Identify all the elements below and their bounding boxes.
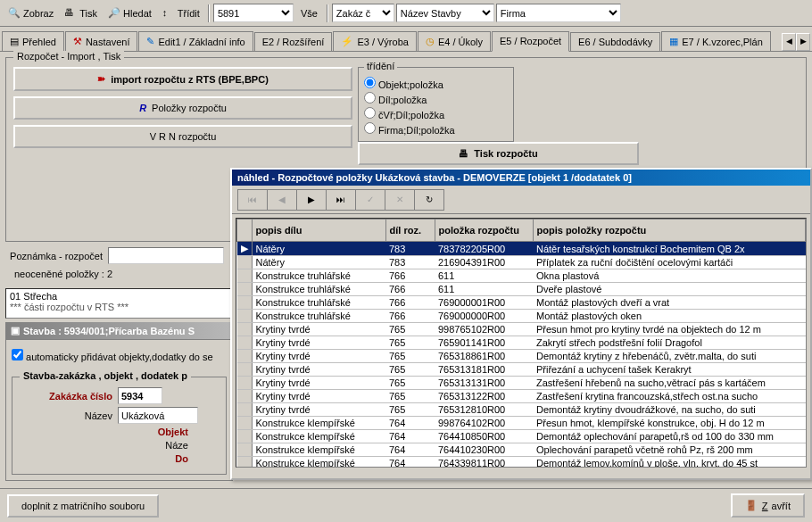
cell: 998765102R00 — [435, 323, 533, 336]
nav-refresh[interactable]: ↻ — [414, 189, 444, 211]
tab-e4[interactable]: ◷E4 / Úkoly — [418, 31, 491, 51]
col-popis-polozky[interactable]: popis položky rozpočtu — [533, 220, 806, 242]
radio-dil[interactable]: Díl;položka — [364, 92, 508, 105]
row-indicator — [237, 323, 253, 336]
col-dil-roz[interactable]: díl roz. — [385, 220, 435, 242]
col-indicator — [237, 220, 253, 242]
list-item[interactable]: *** části rozpočtu v RTS *** — [10, 302, 228, 312]
tab-e6[interactable]: E6 / Subdodávky — [570, 32, 660, 51]
nazev-stavby-select[interactable]: Název Stavby — [396, 4, 494, 22]
nav-cancel[interactable]: ✕ — [385, 189, 415, 211]
col-polozka[interactable]: položka rozpočtu — [435, 220, 533, 242]
table-row[interactable]: Krytiny tvrdé765765312810R00Demontáž kry… — [237, 403, 806, 417]
table-row[interactable]: Konstrukce klempířské764998764102R00Přes… — [237, 417, 806, 430]
tridit-button[interactable]: ↕Třídit — [158, 4, 204, 22]
tab-edit1[interactable]: ✎Edit1 / Základní info — [138, 31, 253, 51]
tab-e7[interactable]: ▦E7 / K.vzorec,Plán — [661, 31, 771, 51]
cell: Konstrukce klempířské — [252, 443, 385, 457]
table-row[interactable]: Konstrukce truhlářské766611Dveře plastov… — [237, 283, 806, 296]
poznamka-input[interactable] — [108, 247, 224, 264]
id-select[interactable]: 5891 — [213, 4, 294, 22]
import-icon: ➽ — [97, 73, 105, 85]
cell: Nátěry — [252, 242, 385, 256]
hledat-button[interactable]: 🔎Hledat — [104, 4, 156, 22]
cell: 765313131R00 — [435, 377, 533, 390]
row-indicator — [237, 310, 253, 323]
radio-objekt[interactable]: Objekt;položka — [364, 77, 508, 90]
radio-firma[interactable]: Firma;Díl;položka — [364, 122, 508, 136]
table-row[interactable]: Konstrukce klempířské764764410850R00Demo… — [237, 430, 806, 443]
col-popis-dilu[interactable]: popis dílu — [252, 220, 385, 242]
cell: Krytiny tvrdé — [252, 390, 385, 403]
tab-prehled[interactable]: ▤Přehled — [2, 31, 64, 51]
do-label: Do — [20, 453, 194, 464]
cell: 783782205R00 — [435, 242, 533, 256]
table-row[interactable]: Konstrukce truhlářské766611Okna plastová — [237, 269, 806, 283]
firma-select[interactable]: Firma — [496, 4, 621, 22]
table-row[interactable]: Konstrukce klempířské764764410230R00Ople… — [237, 443, 806, 457]
tisk-button[interactable]: 🖶Tisk — [60, 4, 102, 22]
tab-scroll-left[interactable]: ◀ — [782, 33, 796, 51]
table-row[interactable]: Konstrukce truhlářské766769000001R00Mont… — [237, 296, 806, 310]
neocenene-label: neoceněné položky : 2 — [5, 267, 233, 285]
tab-nastaveni[interactable]: ⚒Nastavení — [65, 31, 138, 51]
cell: 765 — [385, 403, 435, 417]
zavrit-button[interactable]: 🚪Zavřít — [731, 493, 805, 518]
nav-first[interactable]: ⏮ — [237, 189, 268, 211]
list-item[interactable]: 01 Střecha — [10, 291, 228, 302]
cell: 765 — [385, 336, 435, 350]
nazev-label: Název — [20, 410, 118, 421]
zakazka-input[interactable] — [118, 387, 162, 404]
polozky-button[interactable]: RPoložky rozpočtu — [13, 96, 352, 120]
clock-icon: ◷ — [426, 36, 435, 47]
tools-icon: ⚒ — [73, 36, 82, 47]
vse-label: Vše — [295, 8, 323, 19]
table-row[interactable]: Krytiny tvrdé765998765102R00Přesun hmot … — [237, 323, 806, 336]
zakaz-select[interactable]: Zakáz č — [332, 4, 394, 22]
cell: 764 — [385, 430, 435, 443]
vrn-button[interactable]: V R N rozpočtu — [13, 125, 352, 148]
sort-icon: ↕ — [162, 7, 175, 20]
doplnit-button[interactable]: doplnit z matričního souboru — [7, 494, 159, 518]
nazev-input[interactable] — [118, 407, 198, 424]
tisk-rozpoctu-button[interactable]: 🖶Tisk rozpočtu — [358, 142, 639, 165]
cell: 764 — [385, 457, 435, 468]
tab-e5[interactable]: E5 / Rozpočet — [492, 31, 569, 52]
grid-wrap[interactable]: popis dílu díl roz. položka rozpočtu pop… — [236, 218, 807, 468]
stavba-zakazka-group: Stavba-zakázka , objekt , dodatek p Zaká… — [12, 377, 227, 475]
table-row[interactable]: Krytiny tvrdé765765313122R00Zastřešení k… — [237, 390, 806, 403]
sub-legend: Stavba-zakázka , objekt , dodatek p — [20, 370, 191, 381]
table-row[interactable]: Krytiny tvrdé765765313131R00Zastřešení h… — [237, 377, 806, 390]
tab-e2[interactable]: E2 / Rozšíření — [254, 32, 333, 51]
cell: 764 — [385, 443, 435, 457]
tab-scroll-right[interactable]: ▶ — [796, 33, 810, 51]
auto-add-checkbox[interactable]: automaticky přidávat objekty,dodatky do … — [12, 345, 227, 366]
nav-check[interactable]: ✓ — [355, 189, 385, 211]
table-row[interactable]: Konstrukce klempířské764764339811R00Demo… — [237, 457, 806, 468]
groupbox-legend: Rozpočet - Import , Tisk — [13, 51, 124, 62]
nav-last[interactable]: ⏭ — [326, 189, 356, 211]
zakazka-label: Zakázka číslo — [20, 391, 118, 402]
cell: 766 — [385, 283, 435, 296]
table-row[interactable]: Krytiny tvrdé765765313181R00Přiřezání a … — [237, 363, 806, 377]
cell: 764 — [385, 417, 435, 430]
import-button[interactable]: ➽import rozpočtu z RTS (BPE,BPC) — [13, 67, 352, 91]
radio-cvr[interactable]: čVř;Díl;položka — [364, 107, 508, 120]
table-row[interactable]: Nátěry783216904391R00Příplatek za ruční … — [237, 256, 806, 269]
poznamka-label: Poznámka - rozpočet — [5, 251, 108, 261]
list-panel[interactable]: 01 Střecha *** části rozpočtu v RTS *** — [5, 288, 233, 319]
cell: Demontáž krytiny dvoudrážkové, na sucho,… — [533, 403, 806, 417]
nav-prev[interactable]: ◀ — [267, 189, 297, 211]
table-row[interactable]: Krytiny tvrdé765765318861R00Demontáž kry… — [237, 350, 806, 363]
cell: 765313181R00 — [435, 363, 533, 377]
list-icon: ▤ — [10, 36, 19, 47]
table-row[interactable]: Krytiny tvrdé765765901141R00Zakrytí stře… — [237, 336, 806, 350]
eye-icon: 🔍 — [8, 7, 21, 20]
edit-icon: ✎ — [146, 36, 154, 47]
table-row[interactable]: Konstrukce truhlářské766769000000R00Mont… — [237, 310, 806, 323]
nav-next[interactable]: ▶ — [296, 189, 327, 211]
zobraz-button[interactable]: 🔍Zobraz — [4, 4, 58, 22]
trideni-legend: třídění — [364, 61, 397, 71]
tab-e3[interactable]: ⚡E3 / Výroba — [333, 31, 416, 51]
table-row[interactable]: ▶Nátěry783783782205R00Nátěr tesařských k… — [237, 242, 806, 256]
